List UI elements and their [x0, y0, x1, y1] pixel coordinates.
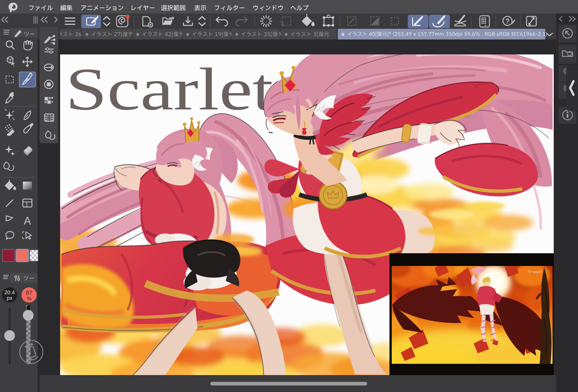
- svg-text:87: 87: [26, 289, 32, 296]
- svg-text:A: A: [24, 215, 31, 227]
- svg-text:?: ?: [505, 17, 510, 25]
- svg-text:20.4: 20.4: [5, 289, 15, 295]
- svg-text:%: %: [27, 296, 32, 301]
- svg-text:Scarlet: Scarlet: [65, 56, 273, 122]
- svg-text:px: px: [7, 295, 13, 301]
- svg-text:TV asahi: TV asahi: [527, 270, 542, 274]
